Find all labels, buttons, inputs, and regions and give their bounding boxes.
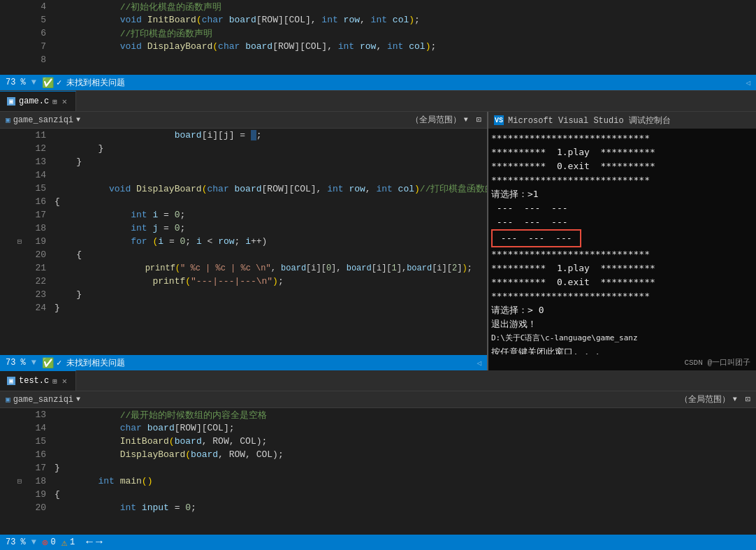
console-content: ***************************** **********… [488,129,756,354]
testc-file-icon: ▣ [7,377,15,385]
console-panel: VS Microsoft Visual Studio 调试控制台 *******… [487,112,756,370]
console-line-exit2: ********** 0.exit ********** [491,275,753,289]
gamec-global-scope: （全局范围） [411,114,461,126]
gamec-scope-arrow[interactable]: ▼ [76,116,80,124]
tab-testc-close[interactable]: ✕ [61,376,68,386]
code-line-24: 24 } [0,301,487,314]
testc-scope-arrow[interactable]: ▼ [76,396,80,403]
zoom-level-top[interactable]: 73 % [6,78,26,87]
tab-gamec[interactable]: ▣ game.c ⊞ ✕ [0,91,76,111]
console-footer: CSDN @一口叫团子 [488,354,756,370]
no-issues-mid: ✅ ✓ 未找到相关问题 [42,357,125,369]
testc-scope-dropdown[interactable]: game_sanziqi [13,395,73,405]
code-line-7: 7 void DisplayBoard(char board[ROW][COL]… [0,40,756,53]
gamec-editor-header: ▣ game_sanziqi ▼ （全局范围） ▼ ⊡ [0,112,487,129]
console-line-choose2: 请选择：> 0 [491,303,753,317]
console-board-row1: --- --- --- [491,201,753,215]
testc-status-bar: 73 % ▼ ⊗ 0 ⚠ 1 ← → [0,535,756,550]
tab-gamec-close[interactable]: ✕ [61,96,68,107]
console-line-play2: ********** 1.play ********** [491,261,753,275]
console-line-close: 按任意键关闭此窗口. . . [491,345,753,354]
console-line-stars3: ***************************** [491,247,753,261]
console-line-stars1: ***************************** [491,131,753,145]
testc-line-16: 16 DisplayBoard(board, ROW, COL); [0,448,756,461]
gamec-status-bar: 73 % ▼ ✅ ✓ 未找到相关问题 ◁ [0,355,487,370]
code-line-13: 13 } [0,155,487,168]
testc-global-scope: （全局范围） [680,393,730,405]
check-icon-top: ✅ [42,77,54,89]
top-code-panel: 4 //初始化棋盘的函数声明 5 void InitBoard(char boa… [0,0,756,91]
gamec-scope-dropdown[interactable]: game_sanziqi [13,115,73,125]
tab-testc[interactable]: ▣ test.c ⊞ ✕ [0,370,76,391]
gamec-file-icon: ▣ [7,97,15,106]
code-line-11: 11 board[i][j] = ; [0,129,487,142]
gamec-editor: ▣ game_sanziqi ▼ （全局范围） ▼ ⊡ 11 board[i][… [0,112,487,370]
console-title-bar: VS Microsoft Visual Studio 调试控制台 [488,112,756,129]
console-line-path: D:\关于C语言\c-language\game_sanz [491,331,753,345]
console-title: Microsoft Visual Studio 调试控制台 [508,115,671,126]
error-count: ⊗ 0 ⚠ 1 [42,537,75,549]
warning-icon: ⚠ [61,537,67,549]
console-line-quit: 退出游戏！ [491,317,753,331]
console-line-choose1: 请选择：>1 [491,187,753,201]
testc-code-area: 13 //最开始的时候数组的内容全是空格 14 char board[ROW][… [0,408,756,535]
nav-forward-button[interactable]: → [96,536,103,549]
gamec-tab-bar: ▣ game.c ⊞ ✕ [0,91,756,112]
error-icon: ⊗ [42,537,48,549]
bottom-section: ▣ test.c ⊞ ✕ ▣ game_sanziqi ▼ （全局范围） ▼ ⊡… [0,370,756,550]
testc-global-arrow[interactable]: ▼ [733,396,737,403]
middle-section: ▣ game_sanziqi ▼ （全局范围） ▼ ⊡ 11 board[i][… [0,112,756,370]
code-line-15: 15 void DisplayBoard(char board[ROW][COL… [0,182,487,195]
gamec-global-arrow[interactable]: ▼ [464,116,468,124]
top-status-bar: 73 % ▼ ✅ ✓ 未找到相关问题 ◁ [0,75,756,90]
code-line-19: ⊟ 19 for (i = 0; i < row; i++) [0,235,487,248]
zoom-level-mid[interactable]: 73 % [6,358,26,368]
top-code-area: 4 //初始化棋盘的函数声明 5 void InitBoard(char boa… [0,0,756,75]
nav-back-button[interactable]: ← [86,536,93,549]
zoom-level-bottom[interactable]: 73 % [6,537,26,547]
console-board-row2: --- --- --- [491,215,753,229]
gamec-code-area: 11 board[i][j] = ; 12 } 13 [0,129,487,355]
console-line-exit1: ********** 0.exit ********** [491,159,753,173]
testc-line-18: ⊟ 18 int main() [0,475,756,488]
console-board-row3-highlighted: --- --- --- [491,229,581,247]
console-line-play1: ********** 1.play ********** [491,145,753,159]
no-issues-top: ✅ ✓ 未找到相关问题 [42,77,125,89]
testc-editor-header: ▣ game_sanziqi ▼ （全局范围） ▼ ⊡ [0,391,756,408]
tab-gamec-label: game.c [19,96,49,106]
testc-tab-bar: ▣ test.c ⊞ ✕ [0,370,756,391]
console-line-stars2: ***************************** [491,173,753,187]
vs-icon: VS [494,115,504,125]
tab-testc-label: test.c [19,376,49,386]
testc-line-20: 20 int input = 0; [0,501,756,514]
console-line-stars4: ***************************** [491,289,753,303]
